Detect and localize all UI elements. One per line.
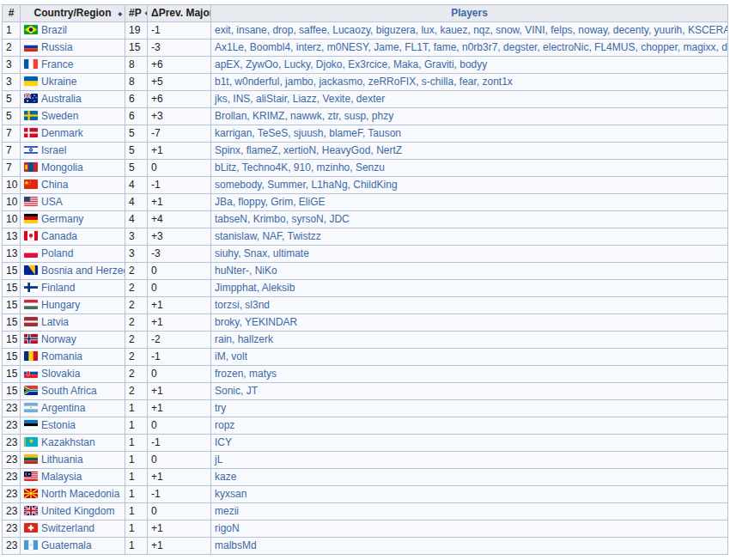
player-link[interactable]: ZywOo [246,58,278,70]
player-link[interactable]: jL [215,453,222,466]
player-link[interactable]: jackasmo [319,76,362,88]
player-link[interactable]: zeRRoFIX [368,76,416,88]
player-link[interactable]: jambo [285,76,313,88]
player-link[interactable]: sjuush [294,127,324,139]
country-link[interactable]: Poland [41,247,73,259]
player-link[interactable]: phzy [372,110,393,122]
player-link[interactable]: mezii [215,505,239,517]
country-link[interactable]: Estonia [41,419,76,431]
player-link[interactable]: try [215,402,226,414]
player-link[interactable]: NertZ [376,144,402,156]
player-link[interactable]: iM [215,350,226,362]
player-link[interactable]: TeSeS [258,127,288,139]
player-link[interactable]: Krimbo [253,213,286,225]
player-link[interactable]: Sonic [215,385,240,397]
header-country-region[interactable]: Country/Region◆ [21,5,125,22]
player-link[interactable]: Tauson [368,127,401,139]
player-link[interactable]: karrigan [215,127,252,139]
player-link[interactable]: lux [421,24,434,36]
player-link[interactable]: rain [215,333,232,345]
country-link[interactable]: USA [41,196,63,208]
player-link[interactable]: Summer [267,179,306,191]
player-link[interactable]: L1haNg [312,179,348,191]
country-link[interactable]: South Africa [41,385,97,397]
player-link[interactable]: bodyy [459,58,487,70]
player-link[interactable]: ChildKing [353,179,397,191]
player-link[interactable]: kaze [215,471,236,483]
player-link[interactable]: floppy [238,196,265,208]
player-link[interactable]: nqz [473,24,490,36]
player-link[interactable]: apEX [215,58,240,70]
player-link[interactable]: Maka [393,58,418,70]
header-player-count[interactable]: #P◆ [125,5,148,22]
player-link[interactable]: w0nderful [234,76,279,88]
player-link[interactable]: NiKo [255,265,277,277]
player-link[interactable]: stanislaw [215,230,257,242]
player-link[interactable]: JT [246,385,258,397]
player-link[interactable]: Techno4K [242,161,288,173]
player-link[interactable]: Lucky [284,58,310,70]
player-link[interactable]: NAF [262,230,282,242]
country-link[interactable]: Denmark [41,127,83,139]
player-link[interactable]: broky [215,316,239,328]
country-link[interactable]: Finland [41,282,75,294]
player-link[interactable]: 910 [294,161,311,173]
player-link[interactable]: frozen [215,368,243,380]
player-link[interactable]: chopper [641,41,678,53]
country-link[interactable]: Russia [41,41,73,53]
player-link[interactable]: xertioN [283,144,316,156]
country-link[interactable]: Latvia [41,316,69,328]
country-link[interactable]: France [41,58,73,70]
country-link[interactable]: United Kingdom [41,505,114,517]
player-link[interactable]: biguzera [376,24,416,36]
player-link[interactable]: ropz [215,419,234,431]
player-link[interactable]: m0NESY [327,41,368,53]
player-link[interactable]: VINI [525,24,544,36]
country-link[interactable]: China [41,179,68,191]
player-link[interactable]: donk [721,41,727,53]
player-link[interactable]: Graviti [424,58,454,70]
country-link[interactable]: Switzerland [41,522,94,534]
player-link[interactable]: felps [551,24,572,36]
player-link[interactable]: susp [344,110,366,122]
player-link[interactable]: s-chilla [422,76,453,88]
country-link[interactable]: Canada [41,230,77,242]
player-link[interactable]: Liazz [293,93,317,105]
player-link[interactable]: electroNic [543,41,588,53]
player-link[interactable]: n0rb3r7 [462,41,497,53]
player-link[interactable]: Boombl4 [250,41,290,53]
player-link[interactable]: ultimate [273,247,309,259]
player-link[interactable]: snow [496,24,519,36]
country-link[interactable]: Romania [41,350,82,362]
header-delta-prev-major[interactable]: ΔPrev. Major◆ [148,5,211,22]
country-link[interactable]: Kazakhstan [41,436,95,448]
player-link[interactable]: dexter [356,93,385,105]
player-link[interactable]: Aleksib [262,282,295,294]
country-link[interactable]: Israel [41,144,66,156]
country-link[interactable]: Germany [41,213,83,225]
player-link[interactable]: fear [459,76,477,88]
player-link[interactable]: fame [434,41,457,53]
player-link[interactable]: FL4MUS [594,41,635,53]
player-link[interactable]: HeavyGod [322,144,371,156]
player-link[interactable]: bLitz [215,161,236,173]
player-link[interactable]: blameF [329,127,362,139]
player-link[interactable]: saffee [299,24,326,36]
player-link[interactable]: Brollan [215,110,246,122]
player-link[interactable]: insane [236,24,266,36]
player-link[interactable]: jks [215,93,228,105]
player-link[interactable]: Twistzz [288,230,321,242]
country-link[interactable]: North Macedonia [41,488,119,500]
player-link[interactable]: Grim [271,196,293,208]
player-link[interactable]: degster [503,41,537,53]
player-link[interactable]: exit [215,24,231,36]
header-players[interactable]: Players [211,5,728,22]
player-link[interactable]: JDC [329,213,349,225]
player-link[interactable]: huNter- [215,265,249,277]
player-link[interactable]: torzsi [215,299,240,311]
country-link[interactable]: Malaysia [41,471,82,483]
player-link[interactable]: Lucaozy [332,24,370,36]
player-link[interactable]: volt [231,350,247,362]
player-link[interactable]: yuurih [654,24,683,36]
player-link[interactable]: kauez [440,24,467,36]
